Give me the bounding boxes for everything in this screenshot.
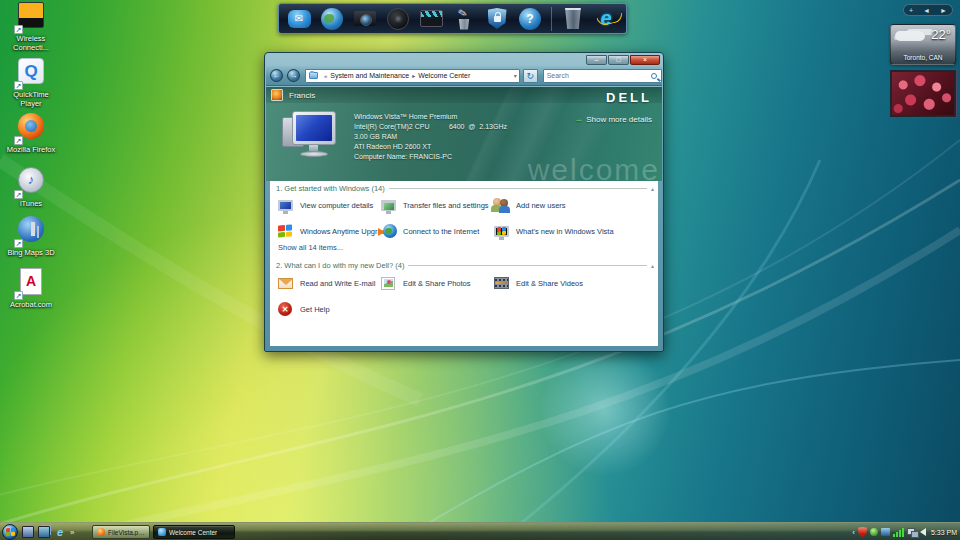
taskbar-clock[interactable]: 5:33 PM [931,523,957,540]
get-help-icon: ✕ [278,302,292,316]
show-all-items-link[interactable]: Show all 14 items... [278,243,343,252]
breadcrumb-item-system-maintenance[interactable]: System and Maintenance [330,72,409,79]
forward-button[interactable]: → [287,69,300,82]
add-gadget-button[interactable]: + [909,7,913,14]
item-whats-new-vista[interactable]: What's new in Windows Vista [492,221,614,241]
recycle-bin-icon[interactable] [561,6,585,31]
cloud-icon [895,31,925,41]
desktop-icon-acrobat[interactable]: A ↗ Acrobat.com [2,268,60,309]
internet-explorer-icon[interactable]: e [594,6,618,31]
item-label: Connect to the Internet [403,227,479,236]
camera-icon[interactable] [353,6,377,31]
internet-globe-icon[interactable] [320,6,344,31]
show-more-details-link[interactable]: → Show more details [574,114,652,124]
item-windows-anytime-upgrade[interactable]: Windows Anytime Upgrade [276,221,390,241]
transfer-files-icon [381,200,396,211]
collapse-icon[interactable]: ▴ [651,185,654,192]
breadcrumb-dropdown-icon[interactable]: ▾ [514,72,517,79]
taskbar-button-label: FileVista.png - Micr... [108,529,145,536]
network-icon[interactable] [907,528,917,536]
breadcrumb-separator: ▸ [412,72,415,79]
gadget-next-button[interactable]: ► [940,7,947,14]
item-connect-to-internet[interactable]: Connect to the Internet [379,221,479,241]
computer-icon [278,200,293,211]
back-button[interactable]: ← [270,69,283,82]
item-view-computer-details[interactable]: View computer details [276,195,373,215]
desktop-icon-firefox[interactable]: ↗ Mozilla Firefox [2,113,60,154]
item-edit-share-videos[interactable]: Edit & Share Videos [492,273,583,293]
shortcut-arrow-icon: ↗ [14,239,23,248]
search-input[interactable] [544,72,651,79]
desktop-icon-quicktime[interactable]: Q ↗ QuickTime Player [2,58,60,108]
tray-expand-chevron[interactable]: ‹ [852,528,855,537]
search-icon[interactable] [651,73,657,79]
wireless-signal-icon[interactable] [893,528,904,537]
welcome-watermark: welcome [528,153,660,181]
item-add-new-users[interactable]: Add new users [492,195,566,215]
desktop-icon-wireless-connection[interactable]: ↗ Wireless Connecti... [2,2,60,52]
item-label: Get Help [300,305,330,314]
show-more-details-label: Show more details [586,115,652,124]
section-header-new-dell[interactable]: 2. What can I do with my new Dell? (4) ▴ [276,261,654,270]
shortcut-arrow-icon: ↗ [14,136,23,145]
photo-slideshow-gadget[interactable] [890,70,956,117]
weather-temperature: 22° [931,27,951,42]
item-transfer-files[interactable]: Transfer files and settings [379,195,489,215]
quick-launch-overflow-chevron[interactable]: » [70,528,74,537]
section-header-get-started[interactable]: 1. Get started with Windows (14) ▴ [276,184,654,193]
desktop-icon-itunes[interactable]: ♪ ↗ iTunes [2,167,60,208]
internet-explorer-icon[interactable]: e [54,526,66,538]
taskbar-button-welcome-center[interactable]: Welcome Center [153,525,235,539]
window-content: 1. Get started with Windows (14) ▴ View … [270,181,658,346]
refresh-button[interactable]: ↻ [523,69,538,83]
dock-separator [551,7,552,31]
folder-icon [309,72,318,79]
desktop-icon-label: Wireless Connecti... [2,34,60,52]
collapse-icon[interactable]: ▴ [651,262,654,269]
close-button[interactable]: × [630,55,660,65]
system-tray: ‹ [852,523,926,540]
desktop: ↗ Wireless Connecti... Q ↗ QuickTime Pla… [0,0,960,540]
help-icon[interactable]: ? [518,6,542,31]
shortcut-arrow-icon: ↗ [14,25,23,34]
welcome-center-window: – □ × ← → « System and Maintenance ▸ Wel… [264,52,664,352]
utility-tray-icon[interactable] [881,528,890,536]
cpu-info: Intel(R) Core(TM)2 CPU 6400 @ 2.13GHz [354,122,507,132]
breadcrumb-root[interactable]: « [324,73,327,79]
taskbar-button-filevista[interactable]: FileVista.png - Micr... [92,525,150,539]
firefox-icon [97,528,105,536]
item-get-help[interactable]: ✕ Get Help [276,299,330,319]
mail-icon[interactable]: ✉ [287,6,311,31]
gadget-prev-button[interactable]: ◄ [923,7,930,14]
item-label: Edit & Share Videos [516,279,583,288]
minimize-button[interactable]: – [586,55,607,65]
maximize-button[interactable]: □ [608,55,629,65]
weather-location: Toronto, CAN [891,54,955,61]
item-edit-share-photos[interactable]: Edit & Share Photos [379,273,471,293]
breadcrumb-item-welcome-center[interactable]: Welcome Center [418,72,470,79]
security-shield-icon[interactable] [485,6,509,31]
messenger-icon[interactable] [870,528,878,536]
navigation-toolbar: ← → « System and Maintenance ▸ Welcome C… [266,66,662,86]
tools-pencil-cup-icon[interactable]: ✎ [452,6,476,31]
item-label: Transfer files and settings [403,201,489,210]
start-button[interactable] [2,524,18,540]
videos-icon [494,277,509,289]
switch-windows-icon[interactable] [38,526,50,538]
welcome-center-icon [158,528,166,536]
movies-clapperboard-icon[interactable] [419,6,443,31]
speaker-music-icon[interactable] [386,6,410,31]
user-name: Francis [289,91,315,100]
volume-icon[interactable] [920,528,926,536]
user-row: Francis [266,87,662,103]
security-alert-icon[interactable] [858,527,867,537]
window-header: Francis DELL Windows Vista™ Home Premium… [266,87,662,181]
item-read-write-email[interactable]: Read and Write E-mail [276,273,375,293]
breadcrumb[interactable]: « System and Maintenance ▸ Welcome Cente… [305,69,520,83]
gpu-info: ATI Radeon HD 2600 XT [354,142,507,152]
user-avatar [271,89,283,101]
show-desktop-icon[interactable] [22,526,34,538]
search-box [543,69,662,83]
weather-gadget[interactable]: 22° Toronto, CAN [890,24,956,65]
desktop-icon-bing-maps[interactable]: ↗ Bing Maps 3D [2,216,60,257]
